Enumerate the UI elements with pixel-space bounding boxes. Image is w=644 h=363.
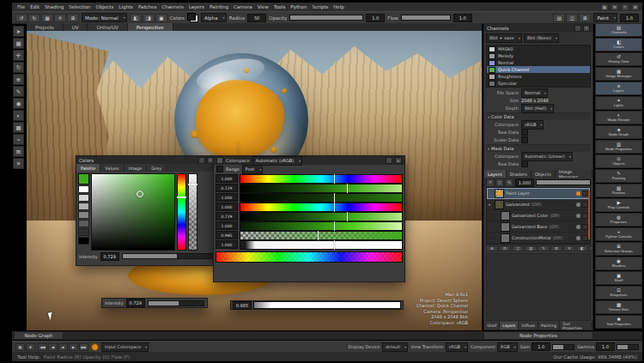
toolbar-icon-button[interactable]: ⊠ [579,14,591,22]
palette-toggle-button[interactable]: » Python Console [595,227,642,241]
gradient-value-field[interactable]: 1.000 [216,193,238,202]
toolbar-icon-button[interactable]: ▣ [155,14,167,22]
transport-button[interactable]: ◀◀ [38,343,47,351]
menubar-icon[interactable]: ≡ [621,3,629,11]
color-swatch[interactable] [78,211,89,219]
menu-item[interactable]: View [255,4,271,9]
layer-action-button[interactable]: ✎ [538,245,550,251]
layer-action-button[interactable]: ◫ [512,245,524,251]
gain-field[interactable]: 1.0 [532,342,550,351]
middle-tab[interactable]: Layers [484,170,507,178]
hue-slider[interactable] [177,173,186,251]
alpha-slider[interactable] [188,173,197,251]
palette-toggle-button[interactable]: ✦ Lights [595,96,642,110]
dock-tab[interactable]: Layers [500,322,519,330]
layer-row[interactable]: Galvanized Base (Off) [487,221,590,233]
toolbar-icon-button[interactable]: ◧ [130,14,142,22]
channel-format-dropdown[interactable]: 8bit (None) [524,33,559,43]
tool-button[interactable]: ▩ [13,122,24,133]
range-checkbox[interactable] [216,166,223,172]
colors-panel-tab[interactable]: Values [100,164,124,172]
colorspace-dropdown[interactable]: sRGB [521,120,544,130]
node-graph-tab[interactable]: Node Graph [14,331,64,340]
toolbar-icon-button[interactable]: ▦ [41,14,53,22]
tool-button[interactable]: ✛ [13,50,24,61]
color-picker-cursor[interactable] [137,191,143,197]
palette-toggle-button[interactable]: ▩ Texture Sets [595,300,642,314]
layer-action-button[interactable]: ≡ [563,245,575,251]
layer-lock-icon[interactable] [582,191,588,197]
toolbar-icon-button[interactable]: ✛ [54,14,66,22]
layer-visibility-icon[interactable] [576,203,580,207]
opacity-field[interactable]: 1.0 [366,14,385,22]
bottom-icon-button[interactable]: ▦ [15,343,25,351]
panel-detach-icon[interactable] [574,25,581,32]
toolbar-icon-button[interactable]: ↺ [15,14,27,22]
menu-item[interactable]: Shading [42,4,66,9]
palette-toggle-button[interactable]: ⊙ Objects [595,154,642,168]
tool-button[interactable]: ◐ [13,110,24,121]
mask-colorspace-dropdown[interactable]: Automatic (Linear) [521,152,573,161]
dock-tab[interactable]: Diffuse [519,322,538,330]
palette-toggle-button[interactable]: ↺ History View [595,52,642,66]
layer-lock-icon[interactable] [582,202,588,208]
menubar-icon[interactable]: ⊠ [631,3,640,11]
palette-toggle-button[interactable]: ▥ Node Properties [595,140,642,154]
layers-toolbar-icon[interactable]: ≡ [486,178,495,187]
tool-button[interactable]: ▦ [13,38,24,49]
viewport-tab[interactable]: Projects [27,23,64,31]
flow-field[interactable]: 1.0 [453,14,472,22]
layer-action-button[interactable]: ◧ [576,245,588,251]
gradient-value-field[interactable]: 0.985 [216,231,238,239]
layers-toolbar-icon[interactable]: % [505,178,513,187]
gradient-value-field[interactable]: 0.729 [216,184,238,192]
menu-item[interactable]: Lights [116,4,136,9]
opacity-slider[interactable] [289,15,363,21]
gradient-bar[interactable] [240,203,403,212]
layers-toolbar-icon[interactable]: ◫ [495,178,504,187]
colors-panel-tab[interactable]: Image [125,164,148,172]
curves-panel-header[interactable]: Colorspace Automatic (sRGB) [214,156,404,165]
palette-toggle-button[interactable]: ⊞ Selection Groups [595,242,642,256]
toolbar-icon-button[interactable]: ▤ [553,14,565,22]
alpha-marker[interactable] [188,184,197,185]
menu-item[interactable]: Selection [66,4,93,9]
layer-action-button[interactable]: ▤ [525,245,537,251]
transport-button[interactable]: ◀ [48,343,58,351]
dock-tab[interactable]: Painting [538,322,560,330]
depth-dropdown[interactable]: 8bit (Half) [521,104,554,113]
input-colorspace-dropdown[interactable]: Input Colorspace [101,342,149,352]
tool-button[interactable]: ⊞ [13,146,24,157]
file-space-dropdown[interactable]: Normal [521,88,548,98]
panel-detach-icon[interactable] [198,157,205,164]
layer-action-button[interactable]: ⊟ [499,245,511,251]
foreground-background-swatches[interactable] [187,13,198,22]
tool-button[interactable]: ✎ [13,86,24,97]
layer-action-button[interactable]: ⊞ [550,245,562,251]
palette-toggle-button[interactable]: ▣ Shelf [595,271,642,285]
color-swatch[interactable] [78,228,89,236]
menu-item[interactable]: Camera [231,4,255,9]
palette-toggle-button[interactable]: ◉ Shaders [595,257,642,270]
panel-detach-icon[interactable] [386,157,392,164]
gain-slider[interactable] [552,344,574,350]
layer-lock-icon[interactable] [582,213,588,219]
layer-row[interactable]: ▾ Galvanized (Off) [487,199,590,210]
menu-item[interactable]: Help [331,4,347,9]
gradient-bar[interactable] [240,221,403,231]
middle-tab[interactable]: Objects [532,170,556,178]
gradient-marker[interactable] [347,184,348,193]
node-properties-tab[interactable]: Node Properties [483,331,593,340]
viewport-tab[interactable]: Perspective [128,23,173,31]
gradient-bar[interactable] [240,240,403,250]
palette-toggle-button[interactable]: ◐ Modo Render [595,111,642,124]
layer-row[interactable]: Galvanized Color (Off) [487,210,590,221]
foreground-color-swatch[interactable] [187,13,196,21]
transport-button[interactable]: ▶ [69,343,78,351]
tool-button[interactable]: ◉ [13,98,24,109]
palette-toggle-button[interactable]: ◍ Projectors [595,213,642,227]
palette-toggle-button[interactable]: ≡ Layers [595,82,642,95]
palette-toggle-button[interactable]: ✱ Tool Properties [595,315,642,329]
tool-button[interactable]: ➤ [13,26,24,37]
gamma-field[interactable]: 1.0 [596,342,615,351]
